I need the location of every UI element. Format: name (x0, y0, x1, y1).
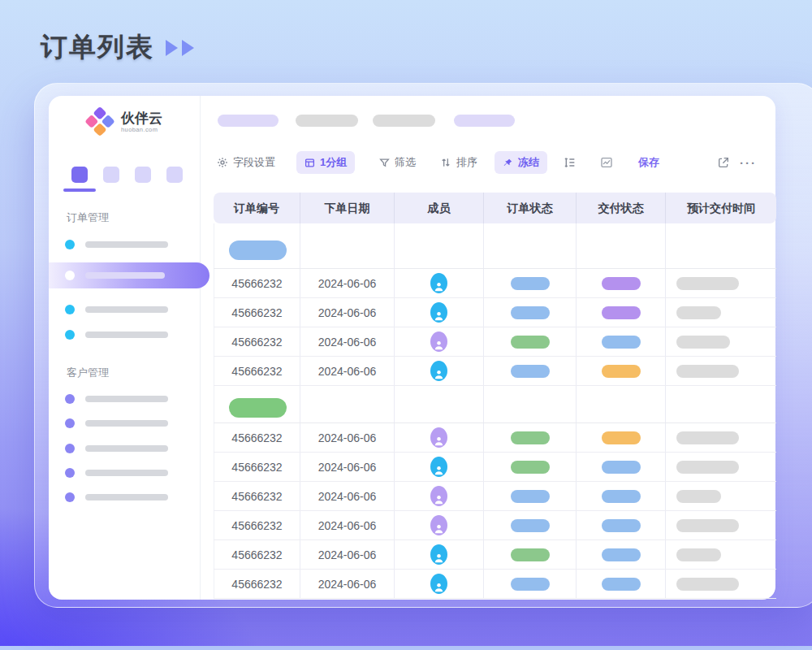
table-row[interactable]: 456662322024-06-06 (214, 482, 776, 511)
sidebar-item[interactable] (65, 240, 168, 249)
item-dot (65, 468, 75, 478)
table-row[interactable]: 456662322024-06-06 (214, 511, 776, 540)
table-row[interactable]: 456662322024-06-06 (214, 540, 776, 570)
column-header[interactable]: 订单编号 (214, 193, 300, 223)
order-number: 45666232 (231, 519, 282, 532)
table-cell (483, 327, 576, 356)
order-status-pill (511, 336, 550, 349)
delivery-status-pill (602, 548, 641, 561)
delivery-status-pill (602, 306, 641, 319)
delivery-status-pill (602, 277, 641, 290)
sidebar-item[interactable] (65, 468, 168, 478)
table-row[interactable]: 456662322024-06-06 (214, 357, 776, 386)
sidebar-tabs (71, 167, 183, 183)
order-number: 45666232 (231, 365, 282, 378)
chart-view-button[interactable] (600, 151, 613, 174)
group-label-pill (229, 240, 287, 260)
table-row[interactable]: 456662322024-06-06 (214, 570, 776, 599)
table-cell: 2024-06-06 (300, 269, 394, 297)
table-cell (394, 298, 483, 327)
table-cell (483, 298, 576, 327)
table-cell: 2024-06-06 (300, 540, 394, 569)
row-height-icon (564, 156, 577, 169)
filter-button[interactable]: 筛选 (379, 151, 416, 174)
sidebar-tab[interactable] (135, 167, 151, 183)
table-cell: 2024-06-06 (300, 570, 394, 598)
group-cell (665, 223, 776, 268)
order-status-pill (511, 461, 550, 474)
table-row[interactable]: 456662322024-06-06 (214, 453, 776, 482)
delivery-status-pill (602, 461, 641, 474)
order-number: 45666232 (231, 306, 282, 319)
order-status-pill (511, 277, 550, 290)
member-avatar-icon (430, 361, 447, 381)
row-height-button[interactable] (564, 151, 577, 174)
sidebar-item[interactable] (65, 492, 168, 502)
member-avatar-icon (430, 427, 447, 448)
table-cell: 45666232 (214, 357, 300, 385)
sidebar-item[interactable] (65, 330, 168, 340)
table-cell (665, 511, 776, 540)
save-button[interactable]: 保存 (638, 151, 659, 174)
order-status-pill (511, 306, 550, 319)
eta-placeholder-pill (676, 431, 739, 444)
sort-button[interactable]: 排序 (440, 151, 477, 174)
logo: 伙伴云 huoban.com (49, 108, 200, 136)
sidebar-item[interactable] (65, 394, 168, 404)
sidebar-item[interactable] (65, 305, 168, 314)
table-cell (394, 453, 483, 481)
eta-placeholder-pill (676, 519, 739, 532)
group-cell (300, 386, 394, 422)
item-dot (65, 444, 75, 453)
delivery-status-pill (602, 490, 641, 503)
breadcrumb-pill[interactable] (218, 115, 279, 127)
sidebar-tab[interactable] (166, 167, 183, 183)
group-label: 1分组 (320, 155, 347, 170)
item-dot (65, 330, 75, 340)
item-placeholder-bar (85, 332, 168, 338)
freeze-button[interactable]: 冻结 (495, 151, 547, 174)
sidebar-item[interactable] (65, 444, 168, 453)
item-dot (65, 240, 75, 249)
sidebar-tab-active[interactable] (71, 167, 88, 183)
group-header-row[interactable] (214, 386, 776, 423)
eta-placeholder-pill (676, 336, 730, 349)
order-date: 2024-06-06 (318, 306, 377, 319)
table-cell (665, 269, 776, 297)
order-number: 45666232 (231, 431, 282, 444)
group-header-row[interactable] (214, 223, 776, 269)
table-row[interactable]: 456662322024-06-06 (214, 298, 776, 327)
more-icon: ··· (740, 156, 757, 170)
field-settings-button[interactable]: 字段设置 (217, 151, 275, 174)
person-icon (433, 280, 445, 293)
item-placeholder-bar (85, 272, 165, 279)
column-header[interactable]: 订单状态 (483, 193, 576, 223)
group-cell (394, 386, 483, 422)
column-header[interactable]: 下单日期 (300, 193, 394, 223)
table-cell (483, 357, 576, 385)
eta-placeholder-pill (676, 461, 739, 474)
table-cell (394, 423, 483, 452)
table-row[interactable]: 456662322024-06-06 (214, 269, 776, 298)
table-row[interactable]: 456662322024-06-06 (214, 327, 776, 357)
table-cell: 2024-06-06 (300, 511, 394, 540)
table-row[interactable]: 456662322024-06-06 (214, 423, 776, 453)
sidebar-item-active[interactable] (49, 262, 209, 288)
column-header[interactable]: 预计交付时间 (665, 193, 776, 223)
share-button[interactable] (717, 151, 730, 174)
group-cell (483, 223, 576, 268)
sidebar-item[interactable] (65, 418, 168, 428)
breadcrumb-pill[interactable] (373, 115, 435, 127)
sidebar-tab[interactable] (103, 167, 119, 183)
delivery-status-pill (602, 519, 641, 532)
breadcrumb-pill[interactable] (296, 115, 358, 127)
delivery-status-pill (602, 578, 641, 591)
column-header[interactable]: 交付状态 (576, 193, 665, 223)
table-cell (394, 482, 483, 510)
member-avatar-icon (430, 486, 447, 506)
column-header[interactable]: 成员 (394, 193, 483, 223)
breadcrumb-pill[interactable] (454, 115, 515, 127)
more-button[interactable]: ··· (740, 151, 757, 174)
order-date: 2024-06-06 (318, 336, 377, 349)
group-button[interactable]: 1分组 (296, 151, 355, 174)
